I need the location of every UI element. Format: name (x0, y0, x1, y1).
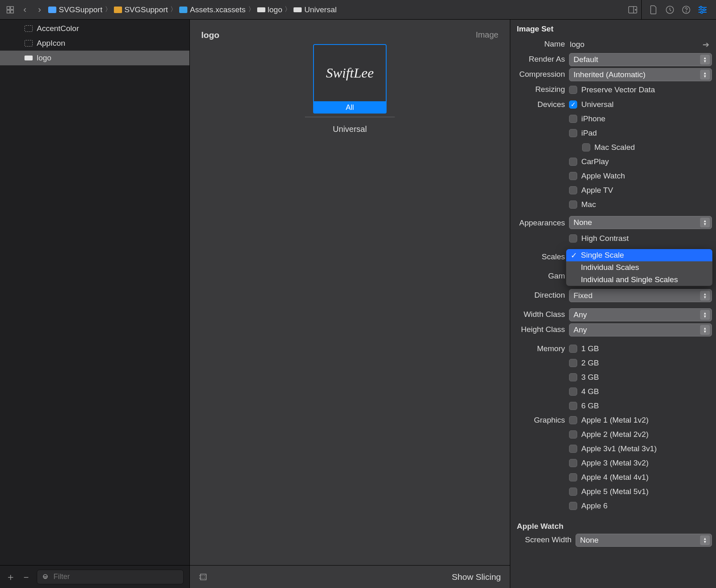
name-go-icon[interactable]: ➔ (703, 40, 709, 49)
img-icon (24, 56, 33, 60)
breadcrumb: SVGSupport〉SVGSupport〉Assets.xcassets〉lo… (48, 5, 624, 14)
breadcrumb-item[interactable]: Universal (294, 5, 336, 14)
breadcrumb-item[interactable]: SVGSupport (114, 5, 168, 14)
memory-checkbox[interactable]: 6 GB (569, 399, 712, 412)
file-inspector-tab[interactable] (647, 4, 660, 16)
name-field[interactable]: logo ➔ (569, 38, 712, 51)
scales-option[interactable]: Individual Scales (566, 261, 712, 274)
memory-label: 2 GB (581, 359, 599, 368)
device-checkbox[interactable]: Mac (569, 198, 712, 211)
render-as-dropdown[interactable]: Default ▲▼ (569, 53, 712, 66)
add-editor-button[interactable] (627, 4, 639, 16)
device-checkbox[interactable]: Mac Scaled (569, 140, 712, 154)
memory-checkbox[interactable]: 4 GB (569, 385, 712, 398)
chevron-updown-icon: ▲▼ (700, 70, 710, 80)
memory-checkbox[interactable]: 2 GB (569, 356, 712, 370)
chevron-updown-icon: ▲▼ (700, 55, 710, 65)
breadcrumb-separator: 〉 (248, 5, 255, 14)
direction-dropdown[interactable]: Fixed ▲▼ (569, 289, 712, 302)
render-as-label: Render As (510, 52, 569, 64)
compression-dropdown[interactable]: Inherited (Automatic) ▲▼ (569, 68, 712, 81)
show-slicing-button[interactable]: Show Slicing (452, 572, 501, 582)
scales-option[interactable]: ✓Single Scale (566, 249, 712, 261)
attributes-inspector-tab[interactable] (696, 4, 709, 16)
appearances-dropdown[interactable]: None ▲▼ (569, 216, 712, 229)
device-checkbox[interactable]: Apple Watch (569, 169, 712, 183)
checkbox-icon (569, 459, 577, 467)
checkbox-icon (569, 129, 577, 137)
graphics-checkbox[interactable]: Apple 4 (Metal 4v1) (569, 470, 712, 484)
device-label: Apple TV (581, 186, 613, 195)
add-asset-button[interactable]: ＋ (6, 570, 16, 584)
checkbox-icon (569, 359, 577, 367)
asset-row-label: AccentColor (37, 24, 79, 33)
svg-rect-1 (11, 7, 13, 9)
asset-filter-field[interactable] (37, 570, 184, 584)
chevron-updown-icon: ▲▼ (700, 535, 710, 545)
breadcrumb-item[interactable]: logo (257, 5, 282, 14)
checkbox-icon (569, 416, 577, 424)
device-label: Apple Watch (581, 172, 625, 180)
device-checkbox[interactable]: iPhone (569, 112, 712, 125)
asset-row-label: logo (37, 53, 51, 62)
width-class-dropdown[interactable]: Any ▲▼ (569, 308, 712, 321)
memory-checkbox[interactable]: 1 GB (569, 342, 712, 355)
breadcrumb-label: Universal (304, 5, 336, 14)
device-label: Universal (581, 100, 614, 109)
breadcrumb-item[interactable]: SVGSupport (48, 5, 102, 14)
gamut-label: Gam (510, 269, 569, 281)
device-checkbox[interactable]: ✓Universal (569, 98, 712, 111)
history-inspector-tab[interactable] (664, 4, 676, 16)
resizing-label: Resizing (510, 82, 569, 94)
device-checkbox[interactable]: CarPlay (569, 155, 712, 168)
inspector-panel: Image Set Name logo ➔ Render As Default … (510, 20, 716, 588)
graphics-checkbox[interactable]: Apple 5 (Metal 5v1) (569, 485, 712, 498)
chevron-updown-icon: ▲▼ (700, 325, 710, 335)
checkbox-icon (569, 388, 577, 396)
scales-popup-menu[interactable]: ✓Single ScaleIndividual ScalesIndividual… (566, 249, 713, 286)
checkbox-icon (569, 115, 577, 123)
check-icon: ✓ (570, 251, 578, 260)
help-inspector-tab[interactable] (680, 4, 692, 16)
view-grid-icon[interactable] (4, 4, 16, 16)
breadcrumb-item[interactable]: Assets.xcassets (179, 5, 245, 14)
remove-asset-button[interactable]: － (21, 570, 31, 584)
scales-option[interactable]: Individual and Single Scales (566, 274, 712, 286)
breadcrumb-separator: 〉 (105, 5, 111, 14)
breadcrumb-label: logo (268, 5, 282, 14)
svg-rect-0 (7, 7, 10, 9)
asset-row[interactable]: AppIcon (0, 36, 189, 51)
breadcrumb-label: SVGSupport (125, 5, 168, 14)
breadcrumb-separator: 〉 (285, 5, 291, 14)
height-class-dropdown[interactable]: Any ▲▼ (569, 323, 712, 336)
slicing-icon[interactable] (199, 572, 208, 581)
asset-list: AccentColorAppIconlogo (0, 20, 189, 565)
graphics-checkbox[interactable]: Apple 3v1 (Metal 3v1) (569, 442, 712, 455)
device-checkbox[interactable]: Apple TV (569, 183, 712, 197)
graphics-checkbox[interactable]: Apple 3 (Metal 3v2) (569, 456, 712, 470)
device-checkbox[interactable]: iPad (569, 126, 712, 140)
memory-label: 3 GB (581, 373, 599, 382)
image-well[interactable]: SwiftLee All (313, 44, 387, 114)
asset-row[interactable]: AccentColor (0, 21, 189, 36)
svg-rect-2 (7, 10, 10, 13)
toolbar-divider (641, 0, 642, 20)
nav-back-button[interactable]: ‹ (19, 4, 31, 16)
inspector-section-apple-watch: Apple Watch (510, 517, 716, 532)
graphics-checkbox[interactable]: Apple 2 (Metal 2v2) (569, 428, 712, 441)
name-label: Name (510, 37, 569, 49)
screen-width-dropdown[interactable]: None ▲▼ (576, 534, 712, 547)
graphics-checkbox[interactable]: Apple 1 (Metal 1v2) (569, 413, 712, 427)
checkbox-icon (569, 186, 577, 194)
nav-forward-button[interactable]: › (33, 4, 46, 16)
asset-filter-input[interactable] (53, 572, 178, 581)
canvas-title: logo (201, 30, 219, 40)
memory-checkbox[interactable]: 3 GB (569, 370, 712, 384)
filter-icon (42, 573, 49, 581)
high-contrast-checkbox[interactable]: High Contrast (569, 232, 712, 245)
asset-row[interactable]: logo (0, 51, 189, 65)
graphics-checkbox[interactable]: Apple 6 (569, 499, 712, 512)
preserve-vector-data-checkbox[interactable]: Preserve Vector Data (569, 83, 712, 96)
appearances-label: Appearances (510, 216, 569, 227)
scales-option-label: Single Scale (581, 251, 624, 260)
